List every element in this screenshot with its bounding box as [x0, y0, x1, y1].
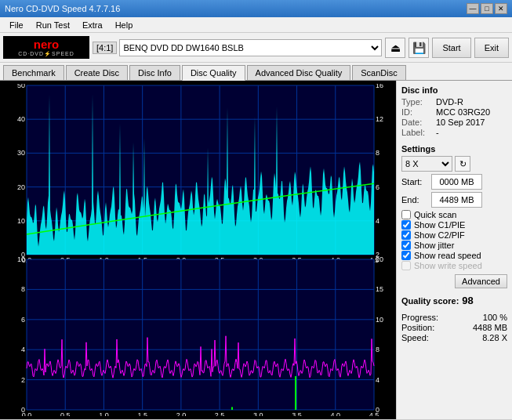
tab-benchmark[interactable]: Benchmark — [3, 65, 64, 80]
disc-date-value: 10 Sep 2017 — [436, 118, 485, 127]
menu-file[interactable]: File — [3, 19, 30, 31]
disc-type-row: Type: DVD-R — [401, 97, 507, 107]
disc-date-label: Date: — [401, 118, 433, 127]
menu-help[interactable]: Help — [109, 19, 140, 31]
start-mb-row: Start: — [401, 174, 507, 190]
quality-score-label: Quality score: — [401, 296, 459, 306]
disc-id-value: MCC 03RG20 — [436, 107, 490, 117]
progress-row: Progress: 100 % — [401, 313, 507, 322]
refresh-icon-button[interactable]: ↻ — [455, 156, 470, 172]
main-chart-canvas — [3, 84, 393, 416]
app-title: Nero CD-DVD Speed 4.7.7.16 — [5, 4, 120, 13]
disc-info-title: Disc info — [401, 85, 507, 95]
menu-run-test[interactable]: Run Test — [30, 19, 76, 31]
tab-bar: Benchmark Create Disc Disc Info Disc Qua… — [0, 63, 512, 81]
disc-label-value: - — [436, 128, 439, 137]
chart-area — [0, 81, 396, 419]
speed-combo[interactable]: 8 X — [401, 156, 452, 172]
show-c1-pie-checkbox[interactable] — [401, 220, 411, 230]
show-write-speed-checkbox — [401, 261, 411, 270]
disc-info-section: Disc info Type: DVD-R ID: MCC 03RG20 Dat… — [401, 85, 507, 138]
progress-label: Progress: — [401, 313, 438, 322]
disc-date-row: Date: 10 Sep 2017 — [401, 118, 507, 127]
show-read-speed-checkbox[interactable] — [401, 251, 411, 260]
quick-scan-row: Quick scan — [401, 210, 507, 219]
disc-type-label: Type: — [401, 97, 433, 107]
show-jitter-label: Show jitter — [414, 241, 454, 250]
drive-index-label: [4:1] — [93, 42, 117, 54]
show-read-speed-label: Show read speed — [414, 251, 481, 260]
disc-id-row: ID: MCC 03RG20 — [401, 107, 507, 117]
show-c1-pie-label: Show C1/PIE — [414, 220, 465, 230]
minimize-button[interactable]: — — [467, 3, 479, 14]
app-logo: nero CD·DVD⚡SPEED — [3, 36, 89, 59]
end-mb-row: End: — [401, 192, 507, 208]
save-icon-button[interactable]: 💾 — [409, 38, 429, 58]
exit-button[interactable]: Exit — [474, 38, 509, 58]
nero-logo-text: nero — [34, 38, 60, 51]
menubar: File Run Test Extra Help — [0, 17, 512, 33]
quality-score-section: Quality score: 98 — [401, 295, 507, 306]
show-jitter-checkbox[interactable] — [401, 241, 411, 250]
window-controls: — □ ✕ — [467, 3, 507, 14]
drive-selector: [4:1] BENQ DVD DD DW1640 BSLB — [93, 39, 382, 56]
toolbar: nero CD·DVD⚡SPEED [4:1] BENQ DVD DD DW16… — [0, 33, 512, 63]
tab-disc-quality[interactable]: Disc Quality — [182, 65, 245, 81]
show-write-speed-label: Show write speed — [414, 261, 482, 270]
end-mb-input[interactable] — [431, 192, 482, 208]
progress-section: Progress: 100 % Position: 4488 MB Speed:… — [401, 313, 507, 343]
disc-label-label: Label: — [401, 128, 433, 137]
start-mb-input[interactable] — [431, 174, 482, 190]
speed-value: 8.28 X — [482, 333, 507, 342]
disc-type-value: DVD-R — [436, 97, 463, 107]
position-label: Position: — [401, 323, 434, 332]
side-panel: Disc info Type: DVD-R ID: MCC 03RG20 Dat… — [396, 81, 512, 419]
tab-create-disc[interactable]: Create Disc — [66, 65, 128, 80]
cd-dvd-logo-text: CD·DVD⚡SPEED — [18, 51, 74, 57]
maximize-button[interactable]: □ — [481, 3, 493, 14]
main-content: Disc info Type: DVD-R ID: MCC 03RG20 Dat… — [0, 81, 512, 419]
speed-row: 8 X ↻ — [401, 156, 507, 172]
tab-scan-disc[interactable]: ScanDisc — [352, 65, 405, 80]
tab-advanced-disc-quality[interactable]: Advanced Disc Quality — [247, 65, 351, 80]
start-button[interactable]: Start — [432, 38, 470, 58]
tab-disc-info[interactable]: Disc Info — [129, 65, 180, 80]
position-row: Position: 4488 MB — [401, 323, 507, 332]
menu-extra[interactable]: Extra — [76, 19, 109, 31]
speed-label: Speed: — [401, 333, 429, 342]
eject-icon-button[interactable]: ⏏ — [385, 38, 405, 58]
titlebar: Nero CD-DVD Speed 4.7.7.16 — □ ✕ — [0, 0, 512, 17]
disc-id-label: ID: — [401, 107, 433, 117]
show-jitter-row: Show jitter — [401, 241, 507, 250]
speed-row-progress: Speed: 8.28 X — [401, 333, 507, 342]
show-c1-pie-row: Show C1/PIE — [401, 220, 507, 230]
show-write-speed-row: Show write speed — [401, 261, 507, 270]
progress-value: 100 % — [483, 313, 507, 322]
show-read-speed-row: Show read speed — [401, 251, 507, 260]
show-c2-pif-row: Show C2/PIF — [401, 230, 507, 240]
show-c2-pif-checkbox[interactable] — [401, 230, 411, 240]
settings-title: Settings — [401, 144, 507, 154]
close-button[interactable]: ✕ — [495, 3, 507, 14]
advanced-button[interactable]: Advanced — [455, 274, 507, 288]
disc-label-row: Label: - — [401, 128, 507, 137]
end-mb-label: End: — [401, 195, 429, 205]
quick-scan-label: Quick scan — [414, 210, 456, 219]
quality-score-value: 98 — [462, 295, 473, 306]
start-mb-label: Start: — [401, 177, 429, 186]
position-value: 4488 MB — [473, 323, 507, 332]
quick-scan-checkbox[interactable] — [401, 210, 411, 219]
settings-section: Settings 8 X ↻ Start: End: Quick scan — [401, 144, 507, 288]
drive-combo[interactable]: BENQ DVD DD DW1640 BSLB — [119, 39, 382, 56]
show-c2-pif-label: Show C2/PIF — [414, 230, 465, 240]
